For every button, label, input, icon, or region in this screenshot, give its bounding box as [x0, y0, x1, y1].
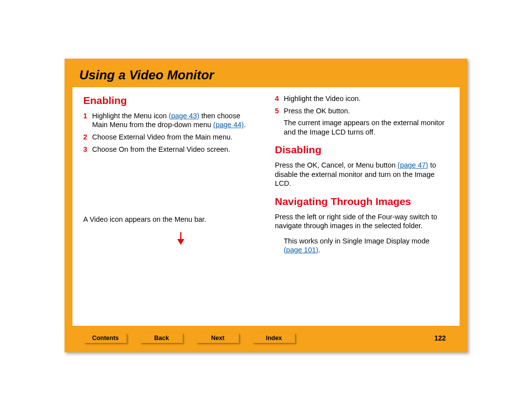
step-number: 3 [83, 145, 92, 154]
step-body: Press the OK button. [284, 106, 449, 116]
step-5: 5 Press the OK button. [275, 106, 449, 116]
left-column: Enabling 1 Highlight the Menu icon (page… [83, 94, 266, 326]
gap [275, 231, 449, 237]
heading-enabling: Enabling [83, 94, 257, 107]
text: Press the OK, Cancel, or Menu button [275, 161, 398, 169]
page-link-44[interactable]: (page 44) [213, 121, 244, 129]
step-body: Choose On from the External Video screen… [92, 145, 257, 154]
step-2: 2 Choose External Video from the Main me… [83, 133, 257, 142]
step-4: 4 Highlight the Video icon. [275, 94, 449, 103]
page-title: Using a Video Monitor [79, 68, 453, 83]
step-number: 1 [83, 111, 92, 130]
heading-navigating: Navigating Through Images [275, 195, 449, 208]
step-number: 5 [275, 106, 284, 116]
step-body: Highlight the Video icon. [284, 94, 449, 103]
step-3: 3 Choose On from the External Video scre… [83, 145, 257, 154]
step-number: 4 [275, 94, 284, 103]
step-body: Highlight the Menu icon (page 43) then c… [92, 111, 257, 130]
next-button[interactable]: Next [197, 333, 239, 343]
page-frame: Using a Video Monitor Enabling 1 Highlig… [65, 59, 467, 352]
page-link-43[interactable]: (page 43) [169, 112, 200, 120]
disabling-text: Press the OK, Cancel, or Menu button (pa… [275, 161, 449, 188]
page-number: 122 [434, 334, 446, 342]
nav-text: Press the left or right side of the Four… [275, 212, 449, 231]
step-text: . [244, 121, 246, 129]
step-body: Choose External Video from the Main menu… [92, 133, 257, 142]
title-area: Using a Video Monitor [65, 59, 467, 88]
right-column: 4 Highlight the Video icon. 5 Press the … [266, 94, 449, 326]
page-link-101[interactable]: (page 101) [284, 246, 318, 254]
step-text: Highlight the Menu icon [92, 112, 169, 120]
columns: Enabling 1 Highlight the Menu icon (page… [72, 87, 460, 326]
caption: A Video icon appears on the Menu bar. [83, 215, 257, 224]
text: This works only in Single Image Display … [284, 237, 430, 245]
text: . [318, 246, 320, 254]
result-text: The current image appears on the externa… [275, 118, 449, 137]
step-number: 2 [83, 133, 92, 142]
content-panel: Enabling 1 Highlight the Menu icon (page… [72, 87, 460, 326]
gap [83, 157, 257, 215]
heading-disabling: Disabling [275, 143, 449, 157]
nav-note: This works only in Single Image Display … [275, 237, 449, 255]
down-arrow-icon [177, 232, 185, 245]
step-1: 1 Highlight the Menu icon (page 43) then… [83, 111, 257, 130]
contents-button[interactable]: Contents [84, 333, 127, 343]
index-button[interactable]: Index [253, 333, 295, 343]
svg-marker-1 [177, 239, 184, 245]
footer: Contents Back Next Index 122 [72, 330, 460, 346]
page-link-47[interactable]: (page 47) [398, 161, 428, 169]
back-button[interactable]: Back [140, 333, 183, 343]
